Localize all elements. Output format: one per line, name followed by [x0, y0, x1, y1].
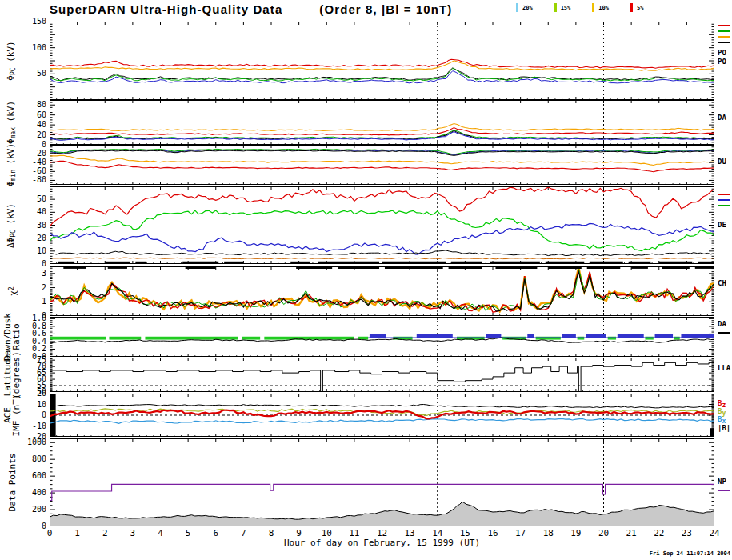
ytick-phi-max-40: 40 [0, 121, 46, 129]
legend-swatch-10% [592, 3, 594, 12]
ytick-ace-imf--10: -10 [0, 422, 46, 430]
right-label-PO: PO [718, 50, 726, 57]
panel-delta-phi [50, 186, 714, 264]
ytick-ace-imf-20: 20 [0, 390, 46, 398]
ytick-phi-max-0: 0 [0, 141, 46, 149]
x-axis-title: Hour of day on February, 15 1999 (UT) [50, 538, 714, 548]
legend-swatch-5% [630, 3, 633, 12]
right-label-LLA: LLA [718, 365, 730, 372]
right-label-|B|: |B| [718, 425, 730, 432]
panel-phi-min [50, 145, 714, 185]
right-legend-line-1 [718, 30, 730, 32]
ytick-data-points-600: 600 [0, 472, 46, 480]
panel-svg-delta-phi [50, 186, 714, 264]
legend-label-10%: 10% [598, 3, 609, 11]
ytick-phi-min--80: -80 [0, 176, 46, 184]
ytick-dawn-dusk-0.8: 0.8 [0, 322, 46, 330]
ytick-phi-pc-50: 50 [0, 70, 46, 78]
panel-svg-phi-pc [50, 22, 714, 100]
legend-item-15%: 15% [554, 3, 571, 12]
ytick-data-points-400: 400 [0, 489, 46, 497]
legend-item-20%: 20% [516, 3, 533, 12]
panel-chi-sq [50, 266, 714, 316]
ytick-phi-min--20: -20 [0, 150, 46, 158]
page-title: SuperDARN Ultra-High-Quality Data [50, 2, 282, 16]
ytick-latitude-75: 75 [0, 356, 46, 364]
timestamp: Fri Sep 24 11:07:14 2004 [650, 550, 730, 557]
right-legend-line-14 [718, 332, 730, 334]
panel-latitude [50, 358, 714, 392]
ytick-delta-phi-30: 30 [0, 222, 46, 230]
ytick-delta-phi-40: 40 [0, 208, 46, 216]
panel-data-points [50, 438, 714, 526]
right-legend-line-9 [718, 199, 730, 201]
percent-legend: 20%15%10%5% [516, 3, 665, 12]
legend-swatch-20% [516, 3, 518, 12]
ytick-data-points-200: 200 [0, 506, 46, 514]
right-legend-line-21 [718, 490, 730, 491]
right-label-DA: DA [718, 114, 726, 122]
right-label-NP: NP [718, 478, 726, 486]
ytick-ace-imf-10: 10 [0, 401, 46, 409]
superdarn-plot: SuperDARN Ultra-High-Quality Data(Order … [0, 0, 732, 560]
panel-dawn-dusk [50, 317, 714, 357]
right-label-DE: DE [718, 222, 726, 229]
ytick-phi-max-60: 60 [0, 111, 46, 119]
legend-swatch-15% [554, 3, 557, 12]
legend-label-5%: 5% [637, 3, 643, 11]
ytick-delta-phi-20: 20 [0, 234, 46, 242]
panel-svg-chi-sq [50, 266, 714, 316]
ytick-phi-min--40: -40 [0, 158, 46, 166]
ytick-phi-max-80: 80 [0, 101, 46, 109]
ytick-dawn-dusk-0.2: 0.2 [0, 345, 46, 353]
right-legend-line-2 [718, 36, 730, 38]
ytick-dawn-dusk-1.0: 1.0 [0, 314, 46, 322]
ytick-phi-max-20: 20 [0, 131, 46, 139]
right-label-DA: DA [718, 321, 726, 328]
ytick-phi-pc-100: 100 [0, 44, 46, 52]
ytick-chi-sq-3: 3 [0, 270, 46, 278]
panel-phi-max [50, 100, 714, 145]
legend-label-20%: 20% [522, 3, 533, 11]
ytick-ace-imf-0: 0 [0, 411, 46, 419]
panel-svg-phi-min [50, 145, 714, 185]
panel-svg-data-points [50, 438, 714, 526]
ytick-dawn-dusk-0.4: 0.4 [0, 338, 46, 346]
ytick-dawn-dusk-0.6: 0.6 [0, 330, 46, 338]
legend-label-15%: 15% [561, 3, 571, 11]
ytick-phi-pc-150: 150 [0, 18, 46, 26]
panel-svg-ace-imf [50, 394, 714, 437]
panel-phi-pc [50, 22, 714, 100]
ytick-phi-min--60: -60 [0, 167, 46, 175]
right-label-DU: DU [718, 158, 726, 166]
ytick-delta-phi-50: 50 [0, 195, 46, 203]
panel-svg-phi-max [50, 100, 714, 145]
panel-ace-imf [50, 394, 714, 437]
right-legend-line-0 [718, 25, 730, 26]
panel-svg-dawn-dusk [50, 317, 714, 357]
ytick-chi-sq-2: 2 [0, 284, 46, 292]
right-legend-line-8 [718, 194, 730, 195]
ytick-delta-phi-10: 10 [0, 247, 46, 255]
panel-svg-latitude [50, 358, 714, 392]
right-legend-line-3 [718, 42, 730, 43]
right-label-PO: PO [718, 58, 726, 66]
right-legend-line-10 [718, 205, 730, 206]
ytick-delta-phi-0: 0 [0, 260, 46, 268]
legend-item-10%: 10% [592, 3, 609, 12]
ytick-data-points-1000: 1000 [0, 438, 46, 446]
ytick-data-points-800: 800 [0, 455, 46, 463]
right-label-CH: CH [718, 280, 726, 287]
title-row: SuperDARN Ultra-High-Quality Data(Order … [50, 2, 452, 16]
ytick-chi-sq-1: 1 [0, 298, 46, 306]
title-order-info: (Order 8, |Bl = 10nT) [319, 2, 452, 16]
legend-item-5%: 5% [630, 3, 643, 12]
